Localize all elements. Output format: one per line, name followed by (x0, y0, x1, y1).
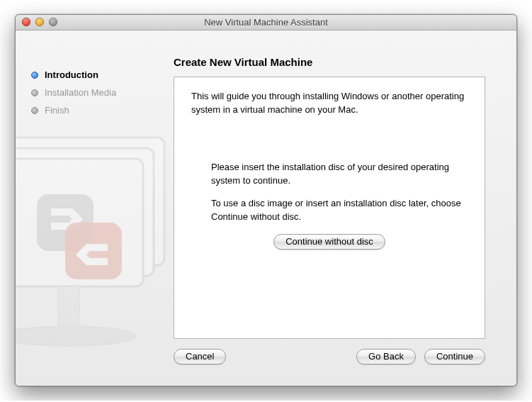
bullet-icon (31, 72, 38, 79)
close-icon[interactable] (22, 18, 30, 26)
step-introduction: Introduction (31, 69, 161, 80)
assistant-window: New Virtual Machine Assistant Introducti… (15, 14, 517, 386)
cancel-button[interactable]: Cancel (174, 349, 226, 364)
step-label: Finish (45, 105, 69, 116)
sidebar: Introduction Installation Media Finish (16, 30, 161, 386)
intro-text: This will guide you through installing W… (191, 90, 468, 117)
footer-buttons: Cancel Go Back Continue (174, 349, 485, 364)
continue-without-disc-button[interactable]: Continue without disc (273, 234, 385, 250)
bullet-icon (31, 89, 38, 96)
minimize-icon[interactable] (35, 18, 44, 26)
insert-disc-text: Please insert the installation disc of y… (191, 161, 468, 188)
step-label: Introduction (45, 69, 98, 80)
go-back-button[interactable]: Go Back (356, 349, 416, 364)
window-title: New Virtual Machine Assistant (204, 17, 328, 28)
content-panel: This will guide you through installing W… (174, 77, 485, 339)
page-heading: Create New Virtual Machine (174, 56, 495, 68)
bullet-icon (31, 107, 38, 114)
step-label: Installation Media (45, 87, 116, 98)
traffic-lights (22, 18, 57, 26)
continue-button[interactable]: Continue (424, 349, 485, 364)
main-area: Create New Virtual Machine This will gui… (161, 30, 516, 386)
step-finish: Finish (31, 105, 161, 116)
step-installation-media: Installation Media (31, 87, 161, 98)
window-body: Introduction Installation Media Finish C… (16, 30, 516, 386)
disc-image-hint: To use a disc image or insert an install… (191, 197, 468, 224)
titlebar: New Virtual Machine Assistant (16, 15, 516, 30)
zoom-icon (49, 18, 57, 26)
